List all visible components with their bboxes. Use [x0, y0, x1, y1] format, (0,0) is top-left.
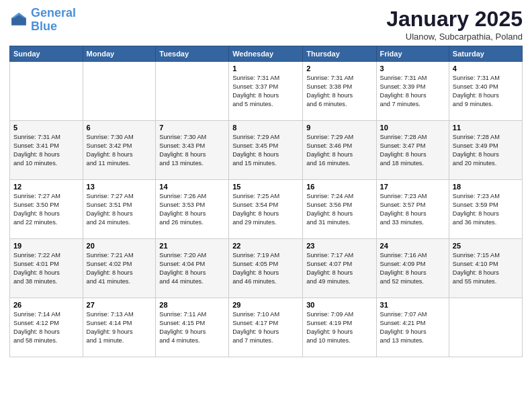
calendar-cell: 21Sunrise: 7:20 AM Sunset: 4:04 PM Dayli… — [156, 239, 229, 298]
day-info: Sunrise: 7:16 AM Sunset: 4:09 PM Dayligh… — [380, 251, 445, 286]
day-info: Sunrise: 7:19 AM Sunset: 4:05 PM Dayligh… — [232, 251, 299, 286]
day-number: 4 — [453, 64, 519, 73]
day-number: 7 — [159, 124, 225, 132]
calendar-row-4: 26Sunrise: 7:14 AM Sunset: 4:12 PM Dayli… — [10, 298, 523, 357]
calendar-cell: 18Sunrise: 7:23 AM Sunset: 3:59 PM Dayli… — [449, 180, 522, 239]
day-info: Sunrise: 7:30 AM Sunset: 3:43 PM Dayligh… — [159, 133, 225, 168]
calendar-row-0: 1Sunrise: 7:31 AM Sunset: 3:37 PM Daylig… — [10, 62, 523, 121]
header: General Blue January 2025 Ulanow, Subcar… — [9, 7, 523, 42]
day-number: 23 — [306, 242, 372, 250]
day-number: 17 — [380, 183, 445, 191]
day-info: Sunrise: 7:31 AM Sunset: 3:40 PM Dayligh… — [453, 74, 519, 109]
day-info: Sunrise: 7:23 AM Sunset: 3:57 PM Dayligh… — [380, 192, 445, 227]
calendar-cell: 4Sunrise: 7:31 AM Sunset: 3:40 PM Daylig… — [449, 62, 522, 121]
day-number: 27 — [87, 301, 152, 309]
calendar-cell: 29Sunrise: 7:10 AM Sunset: 4:17 PM Dayli… — [229, 298, 303, 357]
calendar-cell: 30Sunrise: 7:09 AM Sunset: 4:19 PM Dayli… — [303, 298, 376, 357]
day-number: 18 — [453, 183, 519, 191]
calendar-cell: 10Sunrise: 7:28 AM Sunset: 3:47 PM Dayli… — [376, 121, 449, 180]
title-block: January 2025 Ulanow, Subcarpathia, Polan… — [386, 7, 523, 42]
day-info: Sunrise: 7:28 AM Sunset: 3:47 PM Dayligh… — [380, 133, 445, 168]
calendar-cell: 28Sunrise: 7:11 AM Sunset: 4:15 PM Dayli… — [156, 298, 229, 357]
header-friday: Friday — [376, 46, 449, 62]
calendar-cell: 15Sunrise: 7:25 AM Sunset: 3:54 PM Dayli… — [229, 180, 303, 239]
header-thursday: Thursday — [303, 46, 376, 62]
calendar-cell: 9Sunrise: 7:29 AM Sunset: 3:46 PM Daylig… — [303, 121, 376, 180]
day-info: Sunrise: 7:27 AM Sunset: 3:50 PM Dayligh… — [13, 192, 79, 227]
day-number: 28 — [159, 301, 225, 309]
day-info: Sunrise: 7:26 AM Sunset: 3:53 PM Dayligh… — [159, 192, 225, 227]
calendar-row-3: 19Sunrise: 7:22 AM Sunset: 4:01 PM Dayli… — [10, 239, 523, 298]
day-number: 30 — [306, 301, 372, 309]
header-tuesday: Tuesday — [156, 46, 229, 62]
day-info: Sunrise: 7:29 AM Sunset: 3:45 PM Dayligh… — [232, 133, 299, 168]
day-number: 6 — [87, 124, 152, 132]
day-info: Sunrise: 7:09 AM Sunset: 4:19 PM Dayligh… — [306, 310, 372, 345]
calendar-cell: 20Sunrise: 7:21 AM Sunset: 4:02 PM Dayli… — [83, 239, 156, 298]
day-info: Sunrise: 7:24 AM Sunset: 3:56 PM Dayligh… — [306, 192, 372, 227]
day-info: Sunrise: 7:11 AM Sunset: 4:15 PM Dayligh… — [159, 310, 225, 345]
day-info: Sunrise: 7:30 AM Sunset: 3:42 PM Dayligh… — [87, 133, 152, 168]
logo-text: General Blue — [31, 7, 76, 34]
day-number: 15 — [232, 183, 299, 191]
calendar-cell: 23Sunrise: 7:17 AM Sunset: 4:07 PM Dayli… — [303, 239, 376, 298]
calendar-row-2: 12Sunrise: 7:27 AM Sunset: 3:50 PM Dayli… — [10, 180, 523, 239]
day-info: Sunrise: 7:23 AM Sunset: 3:59 PM Dayligh… — [453, 192, 519, 227]
day-info: Sunrise: 7:31 AM Sunset: 3:39 PM Dayligh… — [380, 74, 445, 109]
calendar-cell: 7Sunrise: 7:30 AM Sunset: 3:43 PM Daylig… — [156, 121, 229, 180]
calendar-cell: 1Sunrise: 7:31 AM Sunset: 3:37 PM Daylig… — [229, 62, 303, 121]
calendar-cell: 2Sunrise: 7:31 AM Sunset: 3:38 PM Daylig… — [303, 62, 376, 121]
calendar-cell: 24Sunrise: 7:16 AM Sunset: 4:09 PM Dayli… — [376, 239, 449, 298]
day-info: Sunrise: 7:27 AM Sunset: 3:51 PM Dayligh… — [87, 192, 152, 227]
calendar-cell: 27Sunrise: 7:13 AM Sunset: 4:14 PM Dayli… — [83, 298, 156, 357]
calendar-cell: 31Sunrise: 7:07 AM Sunset: 4:21 PM Dayli… — [376, 298, 449, 357]
calendar-cell: 3Sunrise: 7:31 AM Sunset: 3:39 PM Daylig… — [376, 62, 449, 121]
header-saturday: Saturday — [449, 46, 522, 62]
day-number: 10 — [380, 124, 445, 132]
calendar-cell: 13Sunrise: 7:27 AM Sunset: 3:51 PM Dayli… — [83, 180, 156, 239]
logo-line2: Blue — [31, 19, 57, 33]
day-info: Sunrise: 7:28 AM Sunset: 3:49 PM Dayligh… — [453, 133, 519, 168]
day-number: 9 — [306, 124, 372, 132]
day-number: 21 — [159, 242, 225, 250]
day-number: 19 — [13, 242, 79, 250]
day-info: Sunrise: 7:07 AM Sunset: 4:21 PM Dayligh… — [380, 310, 445, 345]
day-number: 16 — [306, 183, 372, 191]
calendar-cell: 19Sunrise: 7:22 AM Sunset: 4:01 PM Dayli… — [10, 239, 83, 298]
day-info: Sunrise: 7:15 AM Sunset: 4:10 PM Dayligh… — [453, 251, 519, 286]
calendar-header-row: Sunday Monday Tuesday Wednesday Thursday… — [10, 46, 523, 62]
calendar-cell: 17Sunrise: 7:23 AM Sunset: 3:57 PM Dayli… — [376, 180, 449, 239]
day-info: Sunrise: 7:14 AM Sunset: 4:12 PM Dayligh… — [13, 310, 79, 345]
header-sunday: Sunday — [10, 46, 83, 62]
calendar-cell: 6Sunrise: 7:30 AM Sunset: 3:42 PM Daylig… — [83, 121, 156, 180]
day-number: 24 — [380, 242, 445, 250]
day-number: 1 — [232, 64, 299, 73]
day-info: Sunrise: 7:31 AM Sunset: 3:37 PM Dayligh… — [232, 74, 299, 109]
day-number: 31 — [380, 301, 445, 309]
calendar-cell — [83, 62, 156, 121]
calendar-cell: 22Sunrise: 7:19 AM Sunset: 4:05 PM Dayli… — [229, 239, 303, 298]
day-info: Sunrise: 7:25 AM Sunset: 3:54 PM Dayligh… — [232, 192, 299, 227]
calendar-cell: 26Sunrise: 7:14 AM Sunset: 4:12 PM Dayli… — [10, 298, 83, 357]
day-info: Sunrise: 7:29 AM Sunset: 3:46 PM Dayligh… — [306, 133, 372, 168]
day-info: Sunrise: 7:31 AM Sunset: 3:41 PM Dayligh… — [13, 133, 79, 168]
day-number: 13 — [87, 183, 152, 191]
day-number: 3 — [380, 64, 445, 73]
day-info: Sunrise: 7:20 AM Sunset: 4:04 PM Dayligh… — [159, 251, 225, 286]
calendar-row-1: 5Sunrise: 7:31 AM Sunset: 3:41 PM Daylig… — [10, 121, 523, 180]
calendar-cell: 25Sunrise: 7:15 AM Sunset: 4:10 PM Dayli… — [449, 239, 522, 298]
page: General Blue January 2025 Ulanow, Subcar… — [0, 0, 532, 411]
calendar-cell — [156, 62, 229, 121]
day-number: 5 — [13, 124, 79, 132]
calendar-cell: 11Sunrise: 7:28 AM Sunset: 3:49 PM Dayli… — [449, 121, 522, 180]
day-info: Sunrise: 7:22 AM Sunset: 4:01 PM Dayligh… — [13, 251, 79, 286]
logo-line1: General — [31, 6, 76, 19]
calendar-cell: 5Sunrise: 7:31 AM Sunset: 3:41 PM Daylig… — [10, 121, 83, 180]
logo: General Blue — [9, 7, 76, 34]
day-info: Sunrise: 7:21 AM Sunset: 4:02 PM Dayligh… — [87, 251, 152, 286]
day-number: 26 — [13, 301, 79, 309]
day-number: 29 — [232, 301, 299, 309]
day-number: 25 — [453, 242, 519, 250]
day-info: Sunrise: 7:10 AM Sunset: 4:17 PM Dayligh… — [232, 310, 299, 345]
calendar-cell: 14Sunrise: 7:26 AM Sunset: 3:53 PM Dayli… — [156, 180, 229, 239]
